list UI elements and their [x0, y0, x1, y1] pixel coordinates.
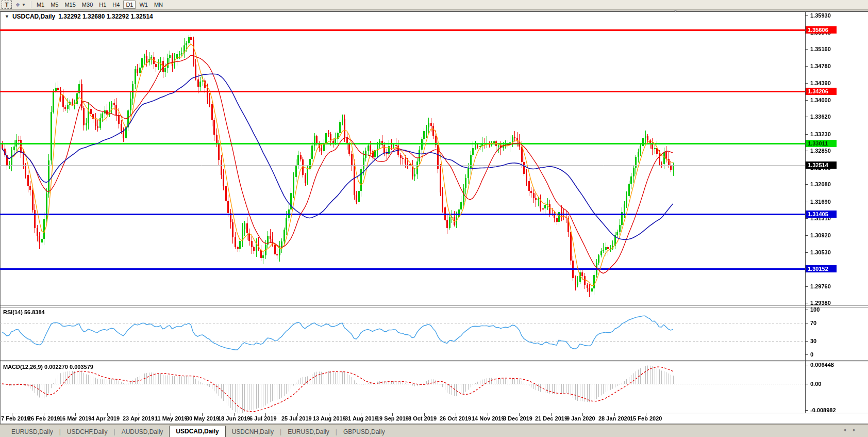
date-tick-label: 18 Jun 2019	[218, 415, 250, 422]
date-tick-label: 16 Mar 2019	[59, 415, 91, 422]
timeframe-button-h4[interactable]: H4	[110, 1, 122, 9]
timeframe-button-mn[interactable]: MN	[152, 1, 165, 9]
date-tick-label: 19 Sep 2019	[376, 415, 409, 422]
date-tick-label: 31 Aug 2019	[345, 415, 378, 422]
rsi-label: RSI(14) 56.8384	[3, 309, 45, 315]
date-tick-label: 21 Dec 2019	[535, 415, 567, 422]
mt4-window: { "toolbar": { "text_tool_label": "T", "…	[0, 0, 868, 437]
date-tick-label: 6 Jul 2019	[249, 415, 277, 422]
chart-title: ▼ USDCAD,Daily 1.32292 1.32680 1.32292 1…	[3, 13, 155, 20]
toolbar: T ❖ ▼ M1M5M15M30H1H4D1W1MN	[0, 0, 868, 10]
chart-tab-eurusd-0[interactable]: EURUSD,Daily	[5, 427, 59, 437]
date-tick-label: 8 Oct 2019	[408, 415, 437, 422]
rsi-scale-label: 100	[810, 306, 820, 313]
timeframe-button-h1[interactable]: H1	[96, 1, 109, 9]
date-tick-label: 13 Aug 2019	[313, 415, 346, 422]
chart-tab-usdchf-1[interactable]: USDCHF,Daily	[61, 427, 114, 437]
price-level-badge: 1.33011	[806, 140, 837, 147]
timeframe-button-m5[interactable]: M5	[48, 1, 61, 9]
timeframe-button-m30[interactable]: M30	[79, 1, 95, 9]
price-tick-label: 1.30530	[810, 249, 866, 256]
price-level-badge: 1.34206	[806, 88, 837, 95]
rsi-scale-label: 30	[810, 338, 816, 345]
chart-symbol: USDCAD,Daily	[12, 13, 55, 20]
macd-scale-label: 0.006448	[810, 362, 834, 368]
chart-tab-audusd-2[interactable]: AUDUSD,Daily	[115, 427, 170, 437]
timeframe-button-m1[interactable]: M1	[34, 1, 47, 9]
tab-scroll-left-icon[interactable]: ◂	[843, 427, 846, 432]
rsi-scale-label: 70	[810, 320, 816, 327]
timeframe-button-d1[interactable]: D1	[123, 1, 136, 9]
price-tick-label: 1.32850	[810, 147, 866, 154]
timeframe-button-m15[interactable]: M15	[62, 1, 78, 9]
date-tick-label: 28 Jan 2020	[598, 415, 630, 422]
macd-scale-label: -0.008982	[810, 407, 836, 414]
price-tick-label: 1.35160	[810, 45, 866, 53]
chart-tab-bar: EURUSD,Daily|USDCHF,Daily|AUDUSD,DailyUS…	[0, 424, 868, 437]
price-level-badge: 1.35606	[806, 26, 837, 34]
price-tick-label: 1.29760	[810, 283, 866, 290]
toolbar-separator	[31, 1, 31, 8]
timeframe-group: M1M5M15M30H1H4D1W1MN	[34, 1, 166, 9]
date-tick-label: 3 Dec 2019	[503, 415, 532, 422]
price-level-badge: 1.32514	[806, 161, 837, 169]
date-tick-label: 30 May 2019	[186, 415, 219, 422]
date-tick-label: 25 Jul 2019	[281, 415, 312, 422]
macd-scale-label: 0.00	[810, 381, 821, 387]
price-tick-label: 1.33230	[810, 131, 866, 138]
price-level-badge: 1.30152	[806, 265, 837, 272]
collapse-triangle-icon[interactable]: ▼	[5, 14, 9, 19]
date-tick-label: 14 Nov 2019	[472, 415, 505, 422]
chevron-down-icon: ▼	[22, 3, 26, 7]
price-level-badge: 1.31405	[806, 211, 837, 218]
date-tick-label: 23 Apr 2019	[123, 415, 154, 422]
price-tick-label: 1.30920	[810, 232, 866, 239]
date-tick-label: 4 Apr 2019	[91, 415, 120, 422]
price-tick-label: 1.34390	[810, 79, 866, 87]
price-tick-label: 1.29380	[810, 299, 866, 306]
macd-label: MACD(12,26,9) 0.002270 0.003579	[3, 364, 93, 370]
price-tick-label: 1.34000	[810, 96, 866, 104]
price-tick-label: 1.35930	[810, 12, 866, 19]
chart-tab-eurusd-5[interactable]: EURUSD,Daily	[281, 427, 336, 437]
date-tick-label: 9 Jan 2020	[566, 415, 595, 422]
text-tool-button[interactable]: T	[2, 1, 12, 9]
price-chart-canvas[interactable]	[0, 0, 868, 437]
chart-tab-gbpusd-6[interactable]: GBPUSD,Daily	[337, 427, 391, 437]
price-tick-label: 1.34780	[810, 62, 866, 70]
timeframe-button-w1[interactable]: W1	[137, 1, 151, 9]
chart-tab-usdcad-3[interactable]: USDCAD,Daily	[169, 426, 225, 437]
tab-scroll-right-icon[interactable]: ▸	[853, 427, 856, 432]
date-tick-label: 15 Feb 2020	[630, 415, 662, 422]
price-tick-label: 1.32080	[810, 181, 866, 188]
tab-scroll-buttons: ◂ ▸	[843, 427, 856, 432]
date-tick-label: 11 May 2019	[155, 415, 188, 422]
rsi-scale-label: 0	[810, 351, 813, 358]
chart-ohlc: 1.32292 1.32680 1.32292 1.32514	[58, 13, 153, 20]
price-tick-label: 1.33620	[810, 113, 866, 120]
price-tick-label: 1.31690	[810, 198, 866, 205]
date-tick-label: 7 Feb 2019	[1, 415, 30, 422]
objects-icon: ❖	[15, 2, 21, 8]
date-tick-label: 26 Feb 2019	[28, 415, 60, 422]
chart-tab-usdcnh-4[interactable]: USDCNH,Daily	[226, 427, 280, 437]
date-tick-label: 26 Oct 2019	[440, 415, 471, 422]
objects-dropdown-button[interactable]: ❖ ▼	[13, 1, 28, 9]
